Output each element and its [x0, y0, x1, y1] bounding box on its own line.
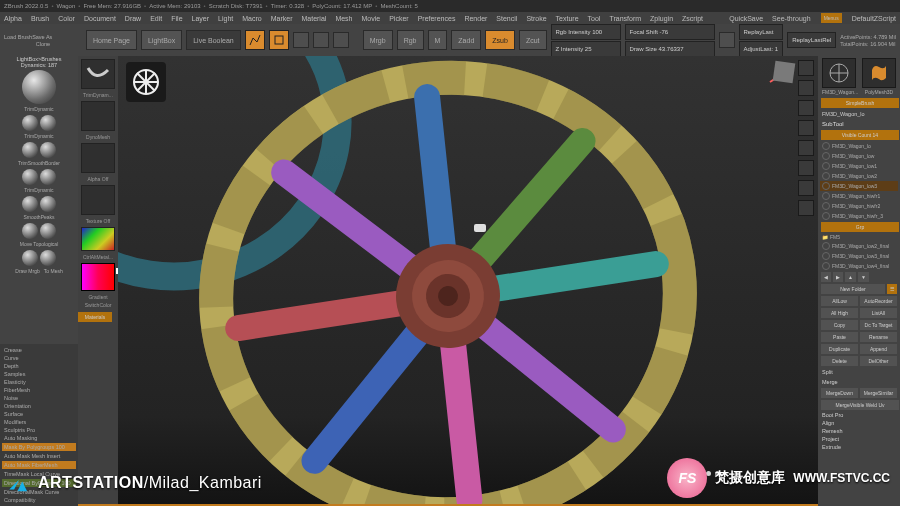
eye-icon[interactable]: [822, 202, 830, 210]
home-button[interactable]: Home Page: [86, 30, 137, 50]
adjustlast[interactable]: AdjustLast: 1: [739, 41, 784, 57]
subtool-btn[interactable]: Dc To Target: [860, 320, 897, 330]
color-picker[interactable]: [81, 263, 115, 291]
subtool-row[interactable]: FM3D_Wagon_low3_final: [820, 251, 898, 261]
brush3-icon[interactable]: [22, 142, 38, 158]
zadd[interactable]: Zadd: [451, 30, 481, 50]
menu-movie[interactable]: Movie: [362, 15, 381, 22]
menu-light[interactable]: Light: [218, 15, 233, 22]
brush5-icon[interactable]: [22, 169, 38, 185]
subtool-btn[interactable]: Rename: [860, 332, 897, 342]
menu-file[interactable]: File: [171, 15, 182, 22]
eye-icon[interactable]: [822, 182, 830, 190]
saveas[interactable]: Save As: [32, 34, 52, 40]
menu-material[interactable]: Material: [301, 15, 326, 22]
subtool-row[interactable]: FM3D_Wagon_low: [820, 151, 898, 161]
dynamesh-thumb[interactable]: [81, 101, 115, 131]
rotate-icon[interactable]: [333, 32, 349, 48]
tool-thumb-1[interactable]: [822, 58, 856, 88]
prop-curve[interactable]: Curve: [2, 354, 76, 362]
brush9-icon[interactable]: [22, 223, 38, 239]
brush6-icon[interactable]: [40, 169, 56, 185]
menu-alpha[interactable]: Alpha: [4, 15, 22, 22]
move-icon[interactable]: [293, 32, 309, 48]
menu-document[interactable]: Document: [84, 15, 116, 22]
subtool-row[interactable]: FM3D_Wagon_low2_final: [820, 241, 898, 251]
zoom-icon[interactable]: [798, 200, 814, 216]
eye-icon[interactable]: [822, 192, 830, 200]
focal-shift[interactable]: Focal Shift -76: [625, 24, 715, 40]
prop-orientation[interactable]: Orientation: [2, 402, 76, 410]
newfolder[interactable]: New Folder: [821, 284, 885, 294]
subtool-btn[interactable]: Duplicate: [821, 344, 858, 354]
rgb-intensity[interactable]: Rgb Intensity 100: [551, 24, 621, 40]
subtool-row[interactable]: FM3D_Wagon_hiwfr1: [820, 191, 898, 201]
local-icon[interactable]: [798, 140, 814, 156]
switchcolor[interactable]: SwitchColor: [78, 302, 118, 308]
mergesimilar[interactable]: MergeSimilar: [860, 388, 897, 398]
subtool-section[interactable]: SubTool: [820, 119, 898, 129]
menu-brush[interactable]: Brush: [31, 15, 49, 22]
menu-zplugin[interactable]: Zplugin: [650, 15, 673, 22]
menu-stroke[interactable]: Stroke: [526, 15, 546, 22]
zcut[interactable]: Zcut: [519, 30, 547, 50]
arrow-up-icon[interactable]: ▲: [845, 272, 856, 282]
prop-elasticity[interactable]: Elasticity: [2, 378, 76, 386]
subtool-row[interactable]: FM3D_Wagon_lo: [820, 141, 898, 151]
tool-thumb-2[interactable]: [862, 58, 896, 88]
dynamics-slider[interactable]: Dynamics: 187: [0, 62, 78, 68]
brush12-icon[interactable]: [40, 250, 56, 266]
subtool-btn[interactable]: Append: [860, 344, 897, 354]
lightbox-button[interactable]: LightBox: [141, 30, 182, 50]
subtool-row[interactable]: FM3D_Wagon_hiwfr2: [820, 201, 898, 211]
gradient-label[interactable]: Gradient: [78, 294, 118, 300]
brush1-icon[interactable]: [22, 115, 38, 131]
brush8-icon[interactable]: [40, 196, 56, 212]
menu-macro[interactable]: Macro: [242, 15, 261, 22]
simplebrush[interactable]: SimpleBrush: [821, 98, 899, 108]
dynamic-icon[interactable]: [719, 32, 735, 48]
brush-main-icon[interactable]: [22, 70, 56, 104]
align[interactable]: Align: [820, 419, 898, 427]
persp-icon[interactable]: [798, 100, 814, 116]
eye-icon[interactable]: [822, 262, 830, 270]
menu-render[interactable]: Render: [464, 15, 487, 22]
menu-layer[interactable]: Layer: [192, 15, 210, 22]
see-through[interactable]: See-through: [772, 15, 811, 22]
menu-picker[interactable]: Picker: [389, 15, 408, 22]
arrow-left-icon[interactable]: ◀: [821, 272, 831, 282]
eye-icon[interactable]: [822, 212, 830, 220]
subtool-btn[interactable]: Paste: [821, 332, 858, 342]
subtool-btn[interactable]: Delete: [821, 356, 858, 366]
subtool-row[interactable]: FM3D_Wagon_low2: [820, 171, 898, 181]
menu-marker[interactable]: Marker: [271, 15, 293, 22]
brush10-icon[interactable]: [40, 223, 56, 239]
clone[interactable]: Clone: [4, 41, 82, 47]
prop-noise[interactable]: Noise: [2, 394, 76, 402]
bootpro[interactable]: Boot Pro: [820, 411, 898, 419]
subtool-btn[interactable]: AllLow: [821, 296, 858, 306]
prop-samples[interactable]: Samples: [2, 370, 76, 378]
eye-icon[interactable]: [822, 252, 830, 260]
prop-crease[interactable]: Crease: [2, 346, 76, 354]
replaylastrel[interactable]: ReplayLastRel: [787, 32, 836, 48]
prop-surface[interactable]: Surface: [2, 410, 76, 418]
eye-icon[interactable]: [822, 152, 830, 160]
menu-texture[interactable]: Texture: [556, 15, 579, 22]
extrude[interactable]: Extrude: [820, 443, 898, 451]
menu-stencil[interactable]: Stencil: [496, 15, 517, 22]
stroke-thumb[interactable]: [81, 59, 115, 89]
draw-mode-icon[interactable]: [269, 30, 289, 50]
prop-modifiers[interactable]: Modifiers: [2, 418, 76, 426]
draw-size[interactable]: Draw Size 43.76337: [625, 41, 715, 57]
floor-icon[interactable]: [798, 120, 814, 136]
m-btn[interactable]: M: [428, 30, 448, 50]
menu-tool[interactable]: Tool: [588, 15, 601, 22]
brush2-icon[interactable]: [40, 115, 56, 131]
subtool-btn[interactable]: All High: [821, 308, 858, 318]
viewport[interactable]: AA: [118, 56, 818, 506]
automask-fibermesh[interactable]: Auto Mask FiberMesh: [2, 461, 76, 469]
folder-opt-icon[interactable]: ☰: [887, 284, 897, 294]
arrow-right-icon[interactable]: ▶: [833, 272, 843, 282]
menu-zscript[interactable]: Zscript: [682, 15, 703, 22]
